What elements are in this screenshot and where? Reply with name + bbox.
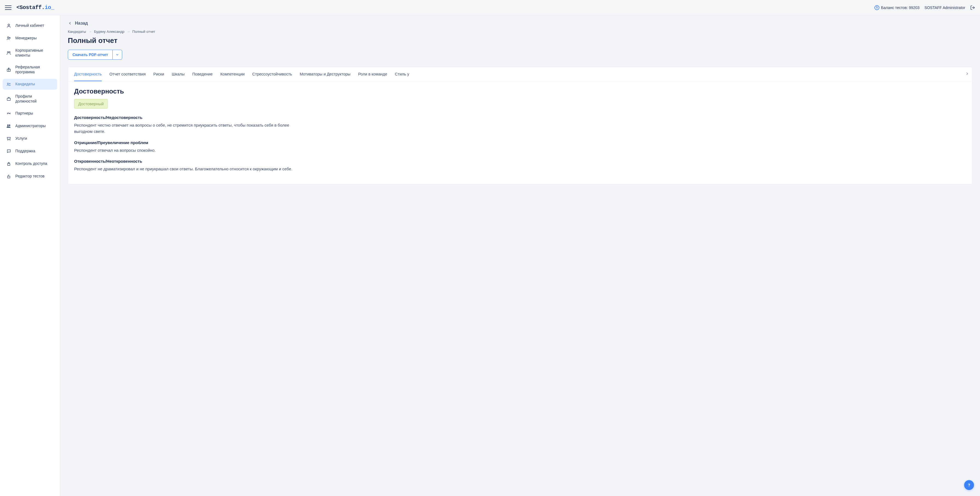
tab-roles[interactable]: Роли в команде	[358, 67, 387, 81]
managers-icon	[6, 35, 11, 41]
lock-icon	[6, 161, 11, 167]
chevron-left-icon	[68, 21, 72, 25]
block-text: Респондент отвечал на вопросы спокойно.	[74, 147, 298, 153]
sidebar-item-admins[interactable]: Администраторы	[3, 121, 57, 132]
tab-motivators[interactable]: Мотиваторы и Деструкторы	[300, 67, 350, 81]
sidebar-item-editor[interactable]: Редактор тестов	[3, 171, 57, 182]
sidebar-item-candidates[interactable]: Кандидаты	[3, 79, 57, 90]
block-text: Респондент честно отвечает на вопросы о …	[74, 122, 298, 135]
download-pdf-button[interactable]: Скачать PDF-отчет	[68, 50, 113, 60]
tab-competencies[interactable]: Компетенции	[220, 67, 245, 81]
svg-point-7	[7, 83, 9, 84]
status-badge: Достоверный	[74, 99, 108, 108]
svg-rect-9	[7, 98, 10, 100]
block: Достоверность/Недостоверность Респондент…	[74, 115, 966, 135]
chevron-down-icon	[115, 53, 119, 57]
block: Откровенность/Неоткровенность Респондент…	[74, 159, 966, 172]
back-button[interactable]: Назад	[68, 21, 972, 26]
tab-behavior[interactable]: Поведение	[192, 67, 212, 81]
user-name[interactable]: SOSTAFF Administrator	[924, 5, 965, 10]
svg-point-8	[9, 83, 10, 84]
sidebar-item-managers[interactable]: Менеджеры	[3, 33, 57, 44]
handshake-icon	[6, 111, 11, 116]
svg-point-2	[7, 37, 9, 38]
arrow-icon: →	[127, 30, 130, 33]
tab-reliability[interactable]: Достоверность	[74, 67, 102, 81]
balance-label: Баланс тестов: 99203	[881, 5, 920, 10]
sidebar-item-access[interactable]: Контроль доступа	[3, 158, 57, 169]
gift-icon	[6, 67, 11, 72]
svg-point-4	[7, 51, 9, 53]
sidebar-item-support[interactable]: Поддержка	[3, 146, 57, 157]
header: <Sostaff.io_ $ Баланс тестов: 99203 SOST…	[0, 0, 980, 15]
balance-display: $ Баланс тестов: 99203	[875, 5, 920, 10]
breadcrumb-item[interactable]: Кандидаты	[68, 30, 86, 33]
tabs-scroll-right[interactable]	[965, 72, 969, 77]
admins-icon	[6, 123, 11, 129]
sidebar-item-label: Редактор тестов	[15, 174, 45, 179]
sidebar-item-label: Кандидаты	[15, 82, 35, 87]
logo[interactable]: <Sostaff.io_	[16, 5, 54, 11]
block-text: Респондент не драматизировал и не приукр…	[74, 166, 298, 172]
chat-icon	[6, 148, 11, 154]
svg-point-1	[8, 24, 10, 26]
tab-risks[interactable]: Риски	[153, 67, 164, 81]
block-heading: Откровенность/Неоткровенность	[74, 159, 966, 164]
sidebar-item-profiles[interactable]: Профили должностей	[3, 91, 57, 107]
breadcrumb-item[interactable]: Будяну Александр	[94, 30, 124, 33]
briefcase-icon	[6, 96, 11, 102]
report-card: Достоверность Отчет соответствия Риски Ш…	[68, 67, 972, 184]
sidebar-item-label: Контроль доступа	[15, 161, 47, 166]
user-icon	[6, 23, 11, 29]
block: Отрицание/Преувеличение проблем Респонде…	[74, 140, 966, 153]
svg-rect-13	[8, 176, 10, 178]
sidebar-item-corporate[interactable]: Корпоративные клиенты	[3, 45, 57, 60]
logout-icon[interactable]	[970, 5, 975, 10]
main-content: Назад Кандидаты → Будяну Александр → Пол…	[60, 15, 980, 496]
chevron-right-icon	[965, 72, 969, 76]
download-pdf-dropdown[interactable]	[113, 50, 122, 60]
tab-match[interactable]: Отчет соответствия	[110, 67, 146, 81]
help-button[interactable]: ?	[964, 480, 974, 490]
sidebar-item-label: Администраторы	[15, 124, 46, 129]
sidebar-item-referral[interactable]: Реферальная программа	[3, 62, 57, 77]
arrow-icon: →	[88, 30, 92, 33]
sidebar-item-label: Поддержка	[15, 149, 35, 154]
breadcrumb: Кандидаты → Будяну Александр → Полный от…	[68, 30, 972, 33]
sidebar-item-label: Профили должностей	[15, 94, 54, 103]
candidates-icon	[6, 81, 11, 87]
section-title: Достоверность	[74, 87, 966, 95]
menu-toggle[interactable]	[5, 5, 11, 11]
lock-open-icon	[6, 173, 11, 179]
tab-style[interactable]: Стиль у	[395, 67, 409, 81]
sidebar-item-partners[interactable]: Партнеры	[3, 108, 57, 119]
svg-point-5	[9, 51, 10, 53]
block-heading: Достоверность/Недостоверность	[74, 115, 966, 120]
sidebar-item-services[interactable]: Услуги	[3, 133, 57, 144]
sidebar-item-label: Личный кабинет	[15, 23, 44, 28]
page-title: Полный отчет	[68, 37, 972, 45]
breadcrumb-item: Полный отчет	[132, 30, 155, 33]
sidebar-item-label: Партнеры	[15, 111, 33, 116]
svg-point-11	[9, 125, 10, 126]
svg-rect-12	[8, 164, 10, 165]
sidebar: Личный кабинет Менеджеры Корпоративные к…	[0, 15, 60, 496]
sidebar-item-label: Услуги	[15, 136, 27, 141]
tab-stress[interactable]: Стрессоустойчивость	[252, 67, 292, 81]
svg-point-10	[7, 125, 9, 126]
sidebar-item-label: Реферальная программа	[15, 65, 54, 75]
block-heading: Отрицание/Преувеличение проблем	[74, 140, 966, 145]
sidebar-item-cabinet[interactable]: Личный кабинет	[3, 20, 57, 31]
cart-icon	[6, 136, 11, 141]
dollar-icon: $	[875, 5, 880, 10]
sidebar-item-label: Корпоративные клиенты	[15, 48, 54, 58]
svg-point-3	[9, 37, 10, 38]
tab-scales[interactable]: Шкалы	[172, 67, 185, 81]
users-icon	[6, 50, 11, 56]
sidebar-item-label: Менеджеры	[15, 36, 37, 41]
tabs: Достоверность Отчет соответствия Риски Ш…	[68, 67, 972, 81]
